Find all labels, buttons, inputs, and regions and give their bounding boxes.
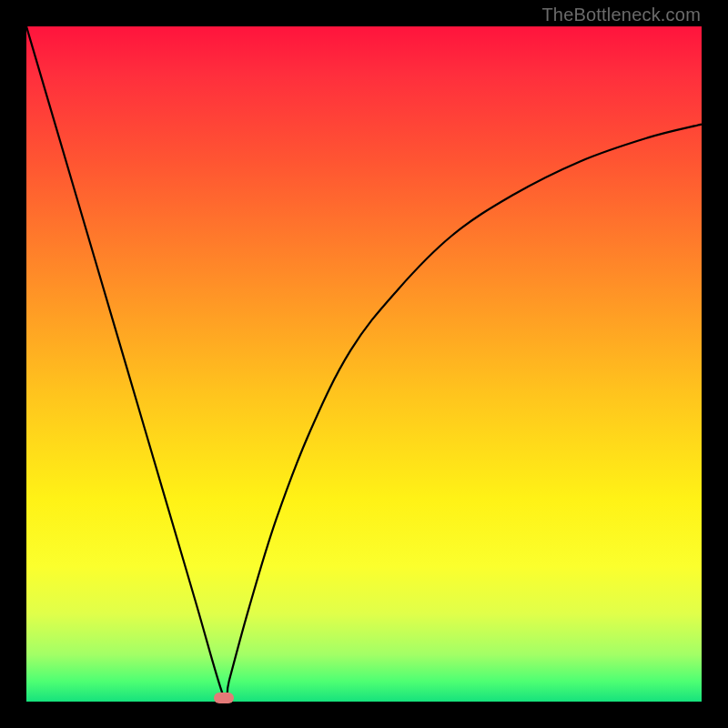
chart-plot-area (26, 26, 702, 702)
bottleneck-curve (26, 26, 702, 702)
optimum-marker (214, 693, 234, 703)
watermark-text: TheBottleneck.com (541, 5, 701, 25)
curve-path (26, 26, 702, 702)
